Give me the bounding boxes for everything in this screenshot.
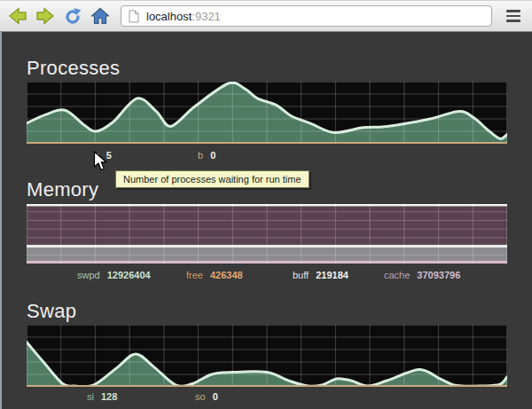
swap-chart[interactable] — [27, 325, 507, 387]
stat-cache[interactable]: cache37093796 — [384, 270, 460, 280]
memory-chart[interactable] — [27, 203, 507, 263]
url-port: :9321 — [192, 10, 221, 23]
home-icon — [90, 7, 110, 25]
stat-swpd[interactable]: swpd12926404 — [77, 270, 151, 280]
menu-button[interactable] — [501, 5, 526, 27]
back-icon — [7, 6, 28, 26]
tooltip: Number of processes waiting for run time — [115, 170, 309, 188]
stat-key: buff — [293, 270, 309, 280]
stat-key: so — [195, 391, 206, 402]
mouse-cursor — [93, 151, 108, 172]
stat-value: 0 — [210, 150, 215, 161]
stat-key: b — [198, 150, 203, 161]
section-title-memory: Memory — [27, 178, 98, 201]
processes-chart[interactable] — [27, 82, 507, 144]
refresh-button[interactable] — [61, 4, 84, 28]
stat-value: 37093796 — [417, 270, 460, 280]
stat-b[interactable]: b0 — [198, 150, 215, 161]
stat-value: 128 — [101, 391, 117, 402]
stat-key: cache — [384, 270, 410, 280]
forward-button[interactable] — [34, 4, 57, 28]
section-title-swap: Swap — [27, 300, 76, 323]
stat-free[interactable]: free426348 — [186, 270, 243, 280]
hamburger-icon — [506, 15, 520, 18]
stat-key: swpd — [77, 270, 100, 280]
stat-value: 219184 — [316, 270, 348, 280]
stat-buff[interactable]: buff219184 — [293, 270, 348, 280]
stat-key: free — [186, 270, 203, 280]
stat-so[interactable]: so0 — [195, 391, 218, 402]
hamburger-icon — [506, 20, 520, 22]
window-border — [0, 32, 2, 409]
stat-value: 12926404 — [107, 270, 151, 280]
stat-si[interactable]: si128 — [87, 391, 117, 402]
stat-key: si — [87, 391, 94, 402]
stat-value: 0 — [213, 391, 218, 402]
refresh-icon — [63, 6, 82, 26]
browser-toolbar: localhost:9321 — [0, 0, 532, 32]
back-button[interactable] — [6, 4, 29, 28]
home-button[interactable] — [89, 4, 112, 28]
page-icon — [129, 10, 139, 23]
hamburger-icon — [506, 10, 520, 12]
address-bar[interactable]: localhost:9321 — [121, 5, 492, 27]
stat-value: 426348 — [210, 270, 243, 280]
url-text: localhost:9321 — [146, 10, 221, 23]
forward-icon — [35, 6, 56, 26]
page-content: Processes r5 b0 Number of processes wait… — [0, 32, 532, 409]
url-host: localhost — [146, 10, 192, 23]
section-title-processes: Processes — [27, 57, 120, 80]
